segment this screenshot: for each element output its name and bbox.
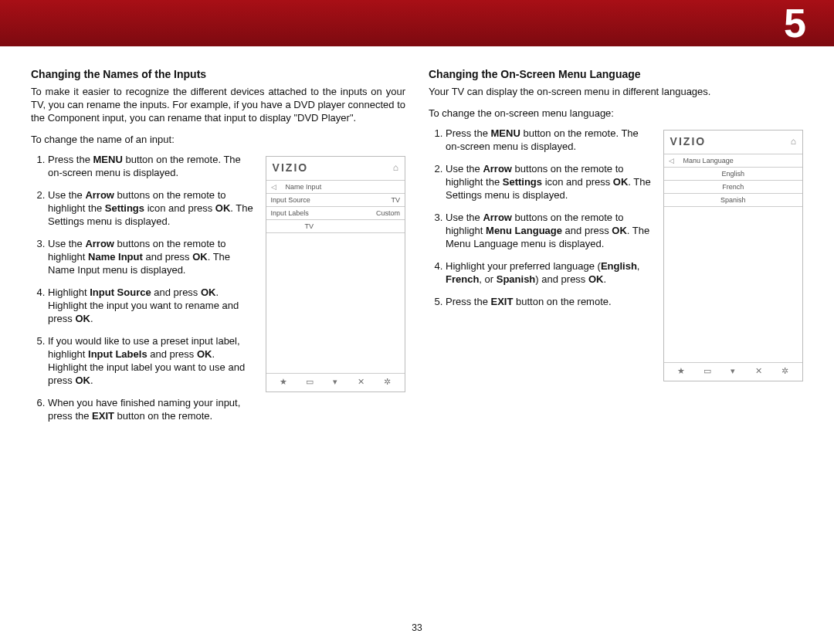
back-icon: ◁	[664, 154, 679, 168]
step-item: If you would like to use a preset input …	[48, 334, 255, 387]
step-item: Use the Arrow buttons on the remote to h…	[48, 188, 255, 228]
page-body: Changing the Names of the Inputs To make…	[0, 46, 834, 432]
osd-footer: ★ ▭ ▾ ✕ ✲	[664, 362, 802, 381]
osd-title: Manu Language	[679, 154, 802, 168]
osd-row-value: TV	[352, 194, 405, 207]
right-column: Changing the On-Screen Menu Language You…	[429, 68, 803, 432]
osd-row-label: TV	[266, 220, 352, 233]
gear-icon: ✲	[381, 377, 392, 387]
v-icon: ▾	[727, 366, 738, 376]
left-lead: To make it easier to recognize the diffe…	[31, 85, 405, 124]
right-lead: Your TV can display the on-screen menu i…	[429, 85, 803, 98]
gear-icon: ✲	[779, 366, 790, 376]
left-heading: Changing the Names of the Inputs	[31, 68, 405, 80]
osd-title: Name Input	[281, 181, 352, 194]
home-icon: ⌂	[791, 136, 796, 147]
step-item: Press the EXIT button on the remote.	[446, 295, 653, 308]
step-item: Use the Arrow buttons on the remote to h…	[446, 211, 653, 250]
star-icon: ★	[676, 366, 687, 376]
step-item: Use the Arrow buttons on the remote to h…	[48, 237, 255, 276]
v-icon: ▾	[330, 377, 341, 387]
back-icon: ◁	[266, 181, 281, 194]
osd-row-label: Input Labels	[266, 207, 352, 220]
osd-row-value	[352, 220, 405, 233]
right-heading: Changing the On-Screen Menu Language	[429, 68, 803, 80]
pip-icon: ▭	[702, 366, 713, 376]
osd-row-option: Spanish	[664, 194, 802, 207]
osd-footer: ★ ▭ ▾ ✕ ✲	[266, 373, 405, 391]
osd-menu-language: VIZIO ⌂ ◁ Manu Language English French S…	[663, 130, 803, 381]
close-icon: ✕	[754, 366, 764, 376]
right-intro: To change the on-screen menu language:	[429, 107, 803, 119]
chapter-banner: 5	[0, 0, 834, 46]
osd-name-input: VIZIO ⌂ ◁ Name Input Input SourceTV Inpu…	[266, 156, 405, 392]
page-number: 33	[0, 622, 834, 633]
left-steps: Press the MENU button on the remote. The…	[31, 153, 255, 432]
step-item: Press the MENU button on the remote. The…	[446, 127, 653, 153]
step-item: Highlight your preferred language (Engli…	[446, 259, 653, 286]
close-icon: ✕	[356, 377, 367, 387]
step-item: When you have finished naming your input…	[48, 396, 255, 422]
step-item: Use the Arrow buttons on the remote to h…	[446, 162, 653, 202]
osd-brand: VIZIO	[273, 161, 309, 174]
step-item: Highlight Input Source and press OK. Hig…	[48, 286, 255, 325]
osd-row-label: Input Source	[266, 194, 352, 207]
osd-row-option: French	[664, 181, 802, 194]
pip-icon: ▭	[304, 377, 315, 387]
chapter-number: 5	[784, 3, 806, 43]
right-steps: Press the MENU button on the remote. The…	[429, 127, 653, 317]
osd-brand: VIZIO	[670, 135, 707, 147]
left-column: Changing the Names of the Inputs To make…	[31, 68, 405, 432]
osd-row-value: Custom	[352, 207, 405, 220]
left-intro: To change the name of an input:	[31, 134, 405, 145]
home-icon: ⌂	[393, 162, 398, 173]
osd-row-option: English	[664, 168, 802, 181]
star-icon: ★	[278, 377, 289, 387]
step-item: Press the MENU button on the remote. The…	[48, 153, 255, 179]
